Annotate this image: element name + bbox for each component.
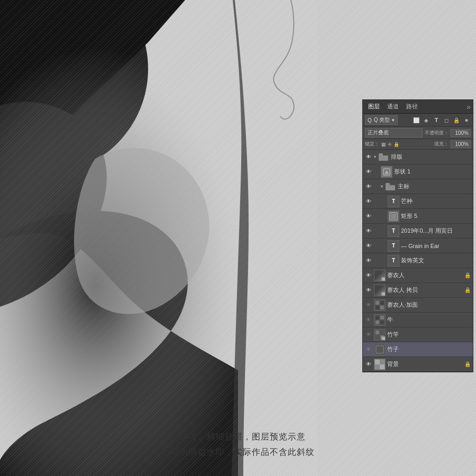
layer-name-farmer-copy: 赛农人 拷贝 — [387, 286, 463, 294]
svg-rect-6 — [379, 153, 383, 156]
tab-channels[interactable]: 通道 — [384, 101, 402, 112]
layer-row-title-group[interactable]: 👁 ▾ 主标 — [363, 179, 473, 194]
eye-icon-date[interactable]: 👁 — [365, 227, 372, 235]
svg-rect-11 — [391, 214, 396, 219]
eye-icon-cow[interactable]: 👁 — [365, 316, 372, 324]
layer-type-dropdown[interactable]: Q Q 类型 ▼ — [365, 115, 398, 125]
filter-toggle[interactable]: ● — [462, 116, 471, 124]
eye-icon-bamboo[interactable]: 👁 — [365, 346, 372, 353]
eye-icon-farmer[interactable]: 👁 — [365, 272, 372, 279]
dropdown-arrow: ▼ — [391, 118, 395, 123]
eye-icon-shape1[interactable]: 👁 — [365, 168, 372, 176]
layer-name-grain: — Grain in Ear — [401, 243, 471, 249]
layer-row-bamboo[interactable]: 👁 竹子 — [363, 342, 473, 357]
folder-arrow-title: ▾ — [381, 184, 383, 189]
layer-name-bamboo: 竹子 — [387, 345, 471, 353]
eye-icon-grain[interactable]: 👁 — [365, 242, 372, 250]
layer-row-mangzhong[interactable]: 👁 T 芒种 — [363, 194, 473, 209]
layer-row-rect5[interactable]: 👁 矩形 5 — [363, 209, 473, 224]
filter-smart-icon[interactable]: 🔒 — [452, 116, 461, 124]
layer-row-farmer-copy[interactable]: 👁 ⛓ 赛农人 拷贝 🔒 — [363, 283, 473, 298]
chain-icon-bamboo-pole: ⛓ — [381, 336, 386, 341]
layer-name-mangzhong: 芒种 — [401, 197, 471, 205]
layer-row-background[interactable]: 👁 背景 🔒 — [363, 357, 473, 372]
svg-rect-18 — [376, 316, 379, 319]
layer-name-farmer-face: 赛农人·加面 — [387, 301, 471, 309]
thumb-bamboo-pole: ⛓ — [374, 329, 386, 341]
layer-row-deco[interactable]: 👁 T 装饰英文 — [363, 253, 473, 268]
panel-more-button[interactable]: » — [466, 103, 471, 111]
layer-name-cow: 牛 — [387, 316, 471, 324]
lock-icon-farmer-copy: 🔒 — [464, 287, 471, 293]
eye-icon-title[interactable]: 👁 — [365, 183, 372, 190]
eye-icon-background[interactable]: 👁 — [365, 361, 372, 368]
lock-all-icon[interactable]: 🔒 — [393, 142, 399, 147]
opacity-label: 不透明度： — [425, 130, 448, 136]
layer-row-date[interactable]: 👁 T 2019年0...月 用宾日 — [363, 224, 473, 239]
svg-rect-9 — [386, 183, 390, 186]
layer-row-shape1[interactable]: 👁 形状 1 — [363, 164, 473, 179]
thumb-paiban — [378, 151, 389, 163]
layer-row-grain[interactable]: 👁 T — Grain in Ear — [363, 239, 473, 253]
eye-icon-deco[interactable]: 👁 — [365, 257, 372, 264]
thumb-grain: T — [388, 240, 399, 252]
eye-icon-rect5[interactable]: 👁 — [365, 213, 372, 220]
layer-row-farmer-face[interactable]: 👁 赛农人·加面 — [363, 298, 473, 313]
tab-paths[interactable]: 路径 — [403, 101, 421, 112]
thumb-farmer-face — [374, 299, 386, 311]
opacity-value[interactable]: 100% — [451, 129, 471, 137]
layer-name-rect5: 矩形 5 — [401, 212, 471, 220]
layer-name-paiban: 排版 — [391, 153, 471, 161]
blend-mode-dropdown[interactable]: 正片叠底 — [365, 128, 423, 138]
eye-icon-paiban[interactable]: 👁 — [365, 153, 372, 161]
panel-search-row: Q Q 类型 ▼ ⬜ ◈ T ◻ 🔒 ● — [363, 114, 473, 127]
blend-opacity-row: 正片叠底 不透明度： 100% — [363, 127, 473, 139]
svg-rect-23 — [376, 331, 379, 334]
filter-pixel-icon[interactable]: ⬜ — [412, 116, 420, 124]
svg-rect-28 — [375, 360, 380, 364]
thumb-cow — [374, 314, 386, 326]
svg-rect-13 — [376, 301, 379, 305]
type-label: Q 类型 — [374, 116, 390, 124]
eye-icon-farmer-face[interactable]: 👁 — [365, 301, 372, 309]
tab-layers[interactable]: 图层 — [365, 101, 383, 112]
chain-icon-farmer: ⛓ — [381, 277, 386, 281]
eye-icon-mangzhong[interactable]: 👁 — [365, 198, 372, 205]
lock-position-icon[interactable]: ✛ — [388, 142, 392, 147]
caption-line2: 斜纹为防盗水印，实际作品不含此斜纹 — [0, 445, 476, 460]
caption-line1: 高精度、精细分层，图层预览示意 — [0, 429, 476, 445]
lock-pixels-icon[interactable]: ▦ — [381, 142, 386, 147]
layer-row-cow[interactable]: 👁 牛 — [363, 313, 473, 327]
layer-name-background: 背景 — [387, 360, 463, 368]
filter-shape-icon[interactable]: ◻ — [442, 116, 451, 124]
lock-icon-farmer: 🔒 — [464, 272, 471, 278]
filter-text-icon[interactable]: T — [432, 116, 441, 124]
thumb-background — [374, 359, 386, 370]
chain-icon-farmer-copy: ⛓ — [381, 292, 386, 296]
filter-adjust-icon[interactable]: ◈ — [422, 116, 431, 124]
bottom-caption: 高精度、精细分层，图层预览示意 斜纹为防盗水印，实际作品不含此斜纹 — [0, 429, 476, 460]
eye-icon-farmer-copy[interactable]: 👁 — [365, 287, 372, 294]
thumb-shape1 — [381, 166, 392, 178]
layer-name-bamboo-pole: 竹竿 — [387, 331, 471, 338]
thumb-bamboo — [374, 344, 386, 355]
layers-list: 👁 ▾ 排版 👁 形状 1 👁 — [363, 150, 473, 372]
svg-rect-16 — [380, 306, 384, 309]
thumb-title-group — [385, 181, 396, 193]
layer-name-deco: 装饰英文 — [401, 257, 471, 264]
lock-icon-background: 🔒 — [464, 361, 471, 367]
eye-icon-bamboo-pole[interactable]: 👁 — [365, 331, 372, 338]
svg-rect-21 — [380, 321, 384, 324]
layer-row-bamboo-pole[interactable]: 👁 ⛓ 竹竿 — [363, 327, 473, 342]
layer-row-paiban[interactable]: 👁 ▾ 排版 — [363, 150, 473, 164]
lock-icons: ▦ ✛ 🔒 — [381, 142, 399, 147]
search-icon: Q — [368, 117, 372, 123]
svg-rect-19 — [380, 316, 384, 319]
svg-rect-14 — [380, 301, 384, 305]
layers-panel: 图层 通道 路径 » Q Q 类型 ▼ ⬜ ◈ T ◻ 🔒 ● 正片叠底 不透明… — [362, 99, 473, 372]
thumb-date: T — [388, 225, 399, 237]
layer-name-title-group: 主标 — [398, 182, 471, 190]
thumb-farmer: ⛓ — [374, 270, 386, 281]
fill-value[interactable]: 100% — [451, 140, 471, 148]
layer-row-farmer[interactable]: 👁 ⛓ 赛农人 🔒 — [363, 268, 473, 283]
